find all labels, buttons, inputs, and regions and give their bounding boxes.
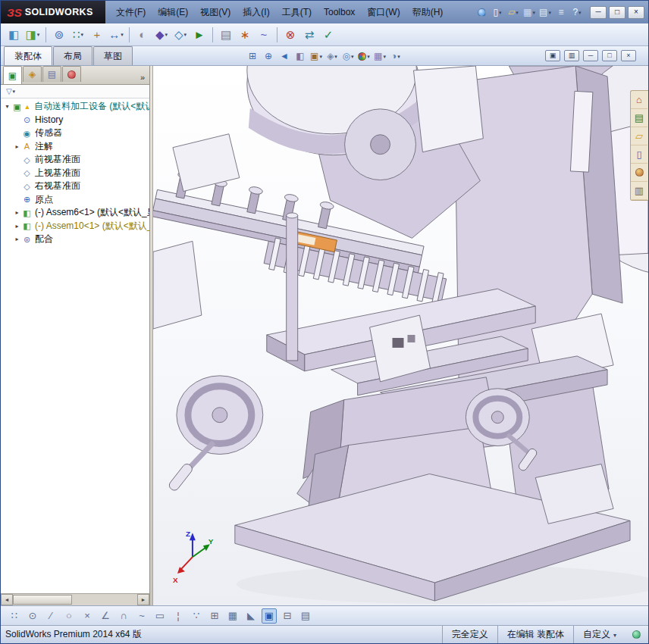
open-document-icon[interactable]: ▱▾ [506,5,521,20]
close-app-icon[interactable]: × [628,6,644,19]
model-3d-view[interactable]: Z Y X [153,66,648,605]
expander-icon[interactable]: ▸ [13,209,21,216]
units-selector[interactable]: 自定义▾ [573,626,625,643]
view-palette-icon[interactable]: ▯ [631,145,647,164]
bill-of-materials-icon[interactable]: ▤ [217,26,235,44]
dropdown-arrow-icon[interactable]: ▾ [613,632,616,639]
menu-item-7[interactable]: 窗口(W) [361,2,406,23]
close-window-icon[interactable]: × [621,50,636,61]
dropdown-arrow-icon[interactable]: ▾ [578,10,582,15]
hide-show-items-icon[interactable]: ◎▾ [341,49,355,63]
view-settings-icon[interactable]: ◑▾ [389,49,403,63]
spline-icon[interactable]: ~ [134,608,149,624]
dropdown-arrow-icon[interactable]: ▾ [37,32,40,37]
quick-tips-icon[interactable] [629,628,644,642]
panel-tabs-overflow-icon[interactable]: » [140,73,149,84]
dropdown-arrow-icon[interactable]: ▾ [351,54,354,59]
dropdown-arrow-icon[interactable]: ▾ [334,54,337,59]
command-tab-2[interactable]: 布局 [53,46,92,65]
dropdown-arrow-icon[interactable]: ▾ [516,10,519,15]
solidworks-resources-icon[interactable]: ⌂ [631,91,647,109]
restore-window-icon[interactable]: □ [602,50,617,61]
dropdown-arrow-icon[interactable]: ▾ [367,54,370,59]
zoom-fit-icon[interactable]: ⊞ [246,49,259,63]
tree-item-sensors[interactable]: ◉传感器 [1,127,149,140]
display-style-icon[interactable]: ◈▾ [325,49,339,63]
expander-icon[interactable]: ▸ [13,236,21,242]
new-motion-study-icon[interactable]: ► [190,26,208,44]
menu-item-8[interactable]: 帮助(H) [406,2,450,23]
scroll-thumb[interactable] [13,595,72,605]
panel-horizontal-scrollbar[interactable]: ◄ ► [1,593,149,605]
custom-properties-icon[interactable]: ▥ [631,182,647,200]
arc-icon[interactable]: ∩ [116,608,131,624]
scroll-left-button[interactable]: ◄ [1,594,13,605]
options-icon[interactable]: ≡ [553,5,569,20]
show-hidden-components-icon[interactable]: ◐ [133,26,152,44]
table-icon[interactable]: ▤ [298,608,313,624]
erase-icon[interactable]: × [80,608,95,624]
hatch-icon[interactable]: ⊞ [207,608,222,624]
linear-component-pattern-icon[interactable]: ∷▾ [69,26,87,44]
dropdown-arrow-icon[interactable]: ▾ [499,10,502,15]
zoom-area-icon[interactable]: ⊕ [262,49,275,63]
tree-item-origin[interactable]: ⊕原点 [1,193,149,207]
dropdown-arrow-icon[interactable]: ▾ [397,54,400,59]
filter-funnel-icon[interactable]: ▽▾ [3,86,18,97]
shaded-contours-icon[interactable]: ▣ [262,608,277,624]
tree-item-assem10[interactable]: ▸◧(-) Assem10<1> (默认<默认_显示状态-1>) [1,220,149,233]
help-icon[interactable]: ?▾ [569,5,585,20]
minimize-app-icon[interactable]: ─ [590,6,607,19]
command-tab-1[interactable]: 装配体 [4,46,52,65]
expander-icon[interactable]: ▸ [13,223,21,230]
dropdown-arrow-icon[interactable]: ▾ [13,89,16,94]
smart-fasteners-icon[interactable]: + [88,26,106,44]
trim-grid-icon[interactable]: ⊟ [280,608,295,624]
save-icon[interactable]: ▦▾ [522,5,537,20]
dropdown-arrow-icon[interactable]: ▾ [184,32,187,37]
menu-item-2[interactable]: 编辑(E) [152,2,194,23]
scroll-track[interactable] [72,594,137,605]
minimize-window-icon[interactable]: ─ [583,50,598,61]
search-icon[interactable] [474,5,489,20]
assemblyxpert-icon[interactable]: ✓ [319,26,337,44]
corner-rectangle-icon[interactable]: ▭ [152,608,168,624]
menu-item-6[interactable]: Toolbox [318,2,361,23]
menu-item-3[interactable]: 视图(V) [194,2,237,23]
dropdown-arrow-icon[interactable]: ▾ [383,54,386,59]
edit-component-icon[interactable]: ◧ [5,26,23,44]
triangle-icon[interactable]: ◣ [243,608,259,624]
previous-view-icon[interactable]: ◄ [277,49,291,63]
dropdown-arrow-icon[interactable]: ▾ [548,10,551,15]
menu-item-4[interactable]: 插入(I) [237,2,275,23]
exploded-view-icon[interactable]: ∗ [236,26,254,44]
appearances-scenes-icon[interactable] [631,164,647,182]
dropdown-arrow-icon[interactable]: ▾ [532,10,535,15]
command-tab-3[interactable]: 草图 [93,46,133,65]
point-grid-icon[interactable]: ∷ [7,608,22,624]
tree-item-assem6[interactable]: ▸◧(-) Assem6<1> (默认<默认_显示状态-1>) [1,206,149,220]
tree-item-history[interactable]: ⊙History [1,114,149,127]
scroll-right-button[interactable]: ► [137,594,149,605]
tile-window-icon[interactable]: ▥ [564,50,579,61]
expander-icon[interactable]: ▸ [13,143,21,150]
grid-icon[interactable]: ▦ [225,608,240,624]
file-explorer-icon[interactable]: ▱ [631,127,647,145]
propertymanager-icon[interactable]: ◈ [23,66,42,82]
assembly-features-icon[interactable]: ◆▾ [152,26,171,44]
view-orientation-icon[interactable]: ▣▾ [309,49,323,63]
configurationmanager-icon[interactable]: ▤ [42,66,61,82]
menu-item-5[interactable]: 工具(T) [276,2,318,23]
dropdown-arrow-icon[interactable]: ▾ [165,32,168,37]
print-icon[interactable]: ▤▾ [538,5,553,20]
mate-icon[interactable]: ⊚ [50,26,68,44]
explode-line-sketch-icon[interactable]: ~ [255,26,273,44]
insert-component-icon[interactable]: ◨▾ [24,26,42,44]
maximize-app-icon[interactable]: □ [609,6,625,19]
centerline-icon[interactable]: ¦ [171,608,186,624]
clearance-verification-icon[interactable]: ⇄ [300,26,318,44]
pattern-dots-icon[interactable]: ∵ [189,608,204,624]
interference-detection-icon[interactable]: ⊗ [281,26,299,44]
graphics-area[interactable]: Z Y X ⌂▤▱▯▥ [153,66,648,605]
design-library-icon[interactable]: ▤ [631,109,647,127]
